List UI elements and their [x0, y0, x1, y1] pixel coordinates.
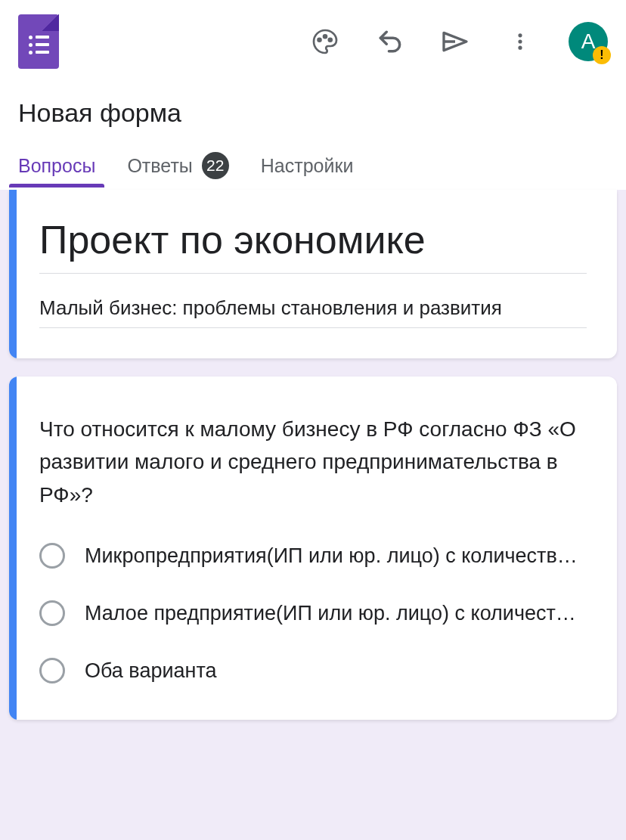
- option-label[interactable]: Микропредприятия(ИП или юр. лицо) с коли…: [85, 544, 587, 568]
- toolbar: A !: [18, 15, 608, 68]
- toolbar-actions: A !: [308, 22, 608, 61]
- header: A ! Новая форма Вопросы Ответы 22 Настро…: [0, 0, 626, 190]
- send-icon[interactable]: [439, 25, 472, 58]
- svg-point-5: [518, 46, 522, 50]
- svg-point-3: [518, 33, 522, 37]
- card-accent: [9, 377, 17, 720]
- tab-questions[interactable]: Вопросы: [18, 155, 95, 188]
- svg-point-1: [324, 35, 327, 38]
- more-icon[interactable]: [504, 25, 537, 58]
- radio-icon[interactable]: [39, 600, 65, 626]
- tab-questions-label: Вопросы: [18, 155, 95, 177]
- question-text[interactable]: Что относится к малому бизнесу в РФ согл…: [39, 413, 587, 511]
- form-name[interactable]: Новая форма: [18, 98, 608, 128]
- title-card[interactable]: Проект по экономике Малый бизнес: пробле…: [9, 190, 617, 358]
- form-description[interactable]: Малый бизнес: проблемы становления и раз…: [39, 296, 587, 328]
- option-row[interactable]: Микропредприятия(ИП или юр. лицо) с коли…: [39, 543, 587, 569]
- radio-icon[interactable]: [39, 658, 65, 683]
- option-label[interactable]: Малое предприятие(ИП или юр. лицо) с кол…: [85, 602, 587, 625]
- tabs: Вопросы Ответы 22 Настройки: [18, 152, 608, 190]
- option-row[interactable]: Оба варианта: [39, 658, 587, 683]
- option-label[interactable]: Оба варианта: [85, 659, 587, 683]
- forms-logo[interactable]: [18, 14, 59, 69]
- palette-icon[interactable]: [308, 25, 342, 58]
- responses-badge: 22: [202, 152, 229, 179]
- undo-icon[interactable]: [373, 25, 407, 58]
- tab-settings[interactable]: Настройки: [261, 155, 354, 188]
- tab-settings-label: Настройки: [261, 155, 354, 177]
- svg-point-4: [518, 39, 522, 43]
- radio-icon[interactable]: [39, 543, 65, 569]
- tab-responses-label: Ответы: [127, 155, 192, 177]
- option-row[interactable]: Малое предприятие(ИП или юр. лицо) с кол…: [39, 600, 587, 626]
- tab-responses[interactable]: Ответы 22: [127, 152, 228, 190]
- form-title[interactable]: Проект по экономике: [39, 217, 587, 274]
- avatar[interactable]: A !: [569, 22, 608, 61]
- question-card[interactable]: Что относится к малому бизнесу в РФ согл…: [9, 377, 617, 720]
- card-accent: [9, 190, 17, 358]
- alert-icon: !: [593, 46, 611, 64]
- svg-point-0: [318, 39, 321, 42]
- svg-point-2: [329, 39, 332, 42]
